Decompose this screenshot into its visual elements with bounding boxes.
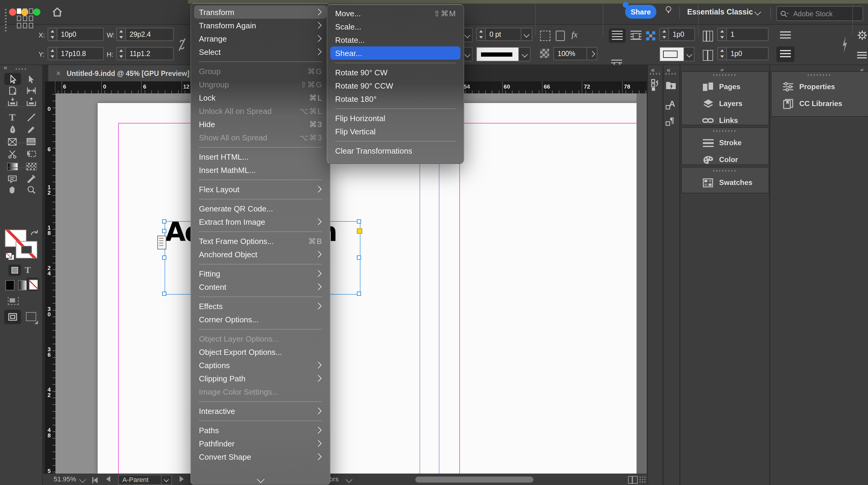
columns-field[interactable]: 1 [717,28,769,41]
gear-icon[interactable] [857,30,867,40]
pencil-tool[interactable] [23,124,39,135]
swap-fill-stroke-icon[interactable] [30,229,40,237]
free-transform-tool[interactable] [23,149,39,160]
lightbulb-icon[interactable] [664,5,673,15]
ruler-origin-corner[interactable] [45,81,56,94]
rotate-90-ccw-menu-item[interactable]: Rotate 90° CCW [327,79,464,92]
stroke-style-dropdown[interactable] [476,47,520,61]
default-fill-stroke-icon[interactable] [5,253,14,260]
no-text-wrap-button[interactable] [609,28,626,43]
preflight-chevron-icon[interactable] [346,476,352,483]
stroke-swatch[interactable] [16,241,37,258]
text-frame-options-menu-item[interactable]: Text Frame Options...⌘B [191,234,330,248]
panel-button-cc-libraries[interactable]: CC Libraries [772,95,868,112]
gutter-field[interactable]: 1p0 [717,47,769,60]
corner-edit-yellow-handle[interactable] [356,228,362,234]
zoom-level[interactable]: 51.95% [54,475,76,483]
insert-html-menu-item[interactable]: Insert HTML... [191,150,330,163]
panel-grip[interactable] [713,170,737,172]
rotate-menu-item[interactable]: Rotate... [327,33,464,46]
numbered-list-button[interactable] [776,46,795,62]
screen-mode-preview-button[interactable] [26,312,36,321]
frame-in-port[interactable] [162,229,166,233]
corner-shape-chevron[interactable] [684,47,694,61]
previous-page-button[interactable] [106,476,110,482]
rotate-90-cw-menu-item[interactable]: Rotate 90° CW [327,66,464,79]
control-bar-grip[interactable] [5,9,7,32]
fx-effects-icon[interactable]: fx [571,30,578,40]
eyedropper-tool[interactable] [23,173,39,184]
zoom-chevron-icon[interactable] [79,476,86,483]
move-menu-item[interactable]: Move...⇧⌘M [327,7,464,20]
flip-horizontal-menu-item[interactable]: Flip Horizontal [327,111,464,125]
shear-menu-item[interactable]: Shear... [327,46,464,60]
panel-button-layers[interactable]: Layers [682,95,769,112]
lightning-quick-apply-icon[interactable] [840,34,849,56]
lock-menu-item[interactable]: Lock⌘L [191,91,330,104]
scissors-tool[interactable] [4,149,21,160]
select-menu-item[interactable]: Select [191,45,330,59]
constrain-proportions-broken-link-icon[interactable] [177,35,187,54]
rotate-180-menu-item[interactable]: Rotate 180° [327,92,464,105]
wrap-around-bounding-box-icon[interactable] [630,31,641,40]
columns-stepper[interactable] [717,28,726,41]
stroke-weight-dropdown[interactable] [521,28,532,41]
collapse-tools-icon[interactable]: « [4,64,7,71]
window-zoom-button[interactable] [33,8,40,16]
panel-button-color[interactable]: Color [682,151,769,168]
share-button[interactable]: Share [625,5,656,19]
flex-layout-menu-item[interactable]: Flex Layout [191,183,330,196]
panel-grip[interactable] [808,74,832,76]
panel-button-links[interactable]: Links [682,112,769,129]
resize-grip-icon[interactable] [639,476,646,483]
opacity-arrow[interactable] [587,47,597,60]
panel-button-stroke[interactable]: Stroke [682,134,769,151]
collapse-dock-icon[interactable]: « [651,66,654,73]
clear-transformations-menu-item[interactable]: Clear Transformations [327,144,464,157]
bullet-list-icon[interactable] [780,31,791,40]
h-field[interactable]: 11p1.2 [116,47,174,60]
margin-guide-left[interactable] [118,123,119,473]
corner-options-menu-item[interactable]: Corner Options... [191,313,330,326]
captions-menu-item[interactable]: Captions [191,358,330,372]
formatting-affects-text-button[interactable]: T [25,265,31,275]
corner-radius-field[interactable]: 1p0 [659,28,695,41]
effects-menu-item[interactable]: Effects [191,299,330,313]
note-tool[interactable] [4,173,21,184]
gradient-tool[interactable] [4,161,21,172]
apply-gradient-button[interactable] [18,280,27,290]
collapse-dock-icon[interactable]: « [667,66,670,73]
hide-menu-item[interactable]: Hide⌘3 [191,118,330,131]
direct-selection-tool[interactable] [23,73,39,84]
corner-proxy-icon[interactable] [646,31,655,40]
workspace-switcher[interactable]: Essentials Classic [687,8,753,16]
page-selector[interactable]: A-Parent [118,475,165,485]
view-options-icon[interactable] [8,297,19,305]
scale-menu-item[interactable]: Scale... [327,20,464,33]
frame-handle-bottom-left[interactable] [162,291,166,295]
menu-scroll-down-icon[interactable] [257,475,264,483]
stroke-weight-field[interactable]: 0 pt [476,28,532,41]
extract-from-image-menu-item[interactable]: Extract from Image [191,215,330,228]
home-icon[interactable] [52,7,63,18]
spread-view-icon[interactable] [628,476,638,484]
cc-library-folder-icon[interactable] [664,78,678,92]
formatting-affects-container-button[interactable] [8,264,21,276]
y-stepper[interactable] [48,47,57,60]
panel-grip[interactable] [713,74,737,76]
screen-mode-normal-button[interactable] [4,310,21,324]
object-export-options-menu-item[interactable]: Object Export Options... [191,345,330,358]
text-frame-inport-badge[interactable] [157,235,166,250]
tab-close-icon[interactable]: × [56,69,61,78]
frame-handle-bottom-right[interactable] [357,291,361,295]
zoom-tool[interactable] [23,184,39,195]
panel-button-properties[interactable]: Properties [772,78,868,95]
stroke-weight-stepper[interactable] [476,28,485,41]
x-stepper[interactable] [48,28,57,41]
corner-radius-stepper[interactable] [659,28,669,41]
reference-point-proxy[interactable] [17,8,33,33]
opacity-field[interactable]: 100% [553,47,597,60]
paragraph-styles-icon[interactable]: ¶ [664,115,678,128]
clipping-path-menu-item[interactable]: Clipping Path [191,372,330,385]
frame-style-icon[interactable] [540,31,550,41]
